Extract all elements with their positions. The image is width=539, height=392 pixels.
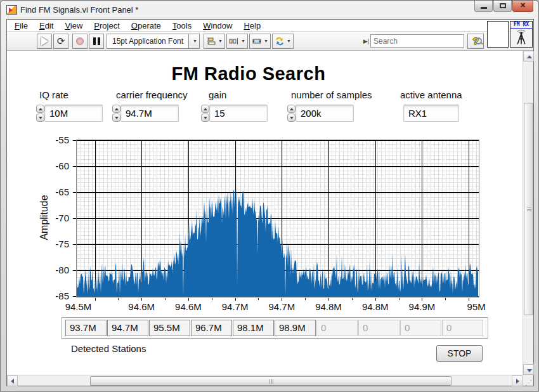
station-cell-4: 98.1M <box>233 320 274 336</box>
minimize-button[interactable] <box>474 1 493 12</box>
scroll-down-button[interactable] <box>523 364 534 375</box>
font-selector[interactable]: 15pt Application Font ▼ <box>107 34 200 49</box>
station-cell-9: 0 <box>442 320 483 336</box>
scroll-right-button[interactable] <box>512 376 523 386</box>
x-tick-label: 94.7M <box>215 301 256 312</box>
antenna-icon <box>512 29 530 46</box>
reorder-objects-icon <box>275 37 285 46</box>
y-tick-label: -70 <box>31 212 69 223</box>
x-tick-mark <box>235 298 236 301</box>
search-input[interactable] <box>371 37 474 46</box>
maximize-icon <box>500 3 506 8</box>
scroll-left-button[interactable] <box>7 376 18 386</box>
IQ-rate-label: IQ rate <box>39 89 68 100</box>
front-panel: FM Radio Search IQ rate10Mcarrier freque… <box>7 51 523 375</box>
number-of-samples-spinner[interactable] <box>287 105 295 122</box>
x-minor-tick-mark <box>352 298 353 300</box>
x-tick-mark <box>375 298 376 301</box>
menu-item-project[interactable]: Project <box>88 20 125 31</box>
x-tick-mark <box>422 298 422 301</box>
align-objects-button[interactable]: ▼ <box>204 34 225 49</box>
active-antenna-field[interactable]: RX1 <box>403 105 459 122</box>
run-continuously-button[interactable]: ⟳ <box>53 34 68 49</box>
arrow-right-icon <box>516 379 519 384</box>
carrier-frequency-spinner[interactable] <box>112 105 120 122</box>
title-bar[interactable]: Find FM Signals.vi Front Panel * ✕ <box>1 1 538 19</box>
horizontal-scroll-thumb[interactable] <box>90 376 451 386</box>
menu-item-tools[interactable]: Tools <box>167 20 197 31</box>
labview-window: Find FM Signals.vi Front Panel * ✕ FileE… <box>0 0 539 392</box>
station-cell-3: 96.7M <box>191 320 232 336</box>
menu-item-edit[interactable]: Edit <box>34 20 59 31</box>
decrement-icon[interactable] <box>36 114 44 122</box>
vertical-scrollbar[interactable] <box>523 51 533 375</box>
y-tick-mark <box>73 192 76 193</box>
maximize-button[interactable] <box>493 1 512 12</box>
increment-icon[interactable] <box>112 105 120 113</box>
IQ-rate-field[interactable]: 10M <box>44 105 103 122</box>
vi-icon[interactable]: FM RX <box>510 21 533 48</box>
reorder-objects-button[interactable]: ▼ <box>272 34 294 49</box>
horizontal-scrollbar[interactable] <box>7 375 523 386</box>
abort-icon <box>76 37 84 45</box>
pause-button[interactable] <box>89 34 104 49</box>
resize-objects-icon <box>252 37 262 46</box>
number-of-samples-field[interactable]: 200k <box>295 105 354 122</box>
x-tick-label: 94.8M <box>355 301 396 312</box>
icon-pane[interactable]: FM RX <box>487 21 533 48</box>
x-minor-tick-mark <box>118 298 119 300</box>
distribute-objects-button[interactable]: ▼ <box>226 34 248 49</box>
x-tick-mark <box>469 298 469 301</box>
abort-button[interactable] <box>72 34 88 49</box>
carrier-frequency-field[interactable]: 94.7M <box>120 105 179 122</box>
scroll-grip-icon <box>527 207 531 211</box>
decrement-icon[interactable] <box>287 114 295 122</box>
decrement-icon[interactable] <box>112 114 120 122</box>
menu-item-view[interactable]: View <box>59 20 88 31</box>
chevron-down-icon[interactable]: ▼ <box>189 34 200 49</box>
resize-grip[interactable] <box>523 375 533 386</box>
menu-item-help[interactable]: Help <box>238 20 266 31</box>
toolbar-expander-icon[interactable]: ▶| <box>363 38 369 44</box>
labview-app-icon <box>6 5 17 15</box>
increment-icon[interactable] <box>201 105 209 113</box>
align-objects-icon <box>206 37 216 46</box>
connector-pane[interactable] <box>487 21 509 48</box>
y-tick-label: -80 <box>31 265 69 275</box>
scroll-up-button[interactable] <box>523 51 534 62</box>
x-tick-mark <box>188 298 189 301</box>
y-tick-mark <box>73 270 76 271</box>
pause-icon <box>93 37 100 45</box>
y-tick-label: -75 <box>31 238 69 249</box>
gain-label: gain <box>209 89 226 100</box>
vertical-scroll-thumb[interactable] <box>524 103 533 315</box>
run-button[interactable] <box>37 34 52 49</box>
menu-item-operate[interactable]: Operate <box>126 20 167 31</box>
vi-icon-label: FM RX <box>510 22 532 29</box>
detected-stations-array: 93.7M94.7M95.5M96.7M98.1M98.9M0000 <box>62 317 488 339</box>
front-panel-workarea: FM Radio Search IQ rate10Mcarrier freque… <box>7 51 533 386</box>
y-tick-label: -55 <box>31 134 69 145</box>
gain-spinner[interactable] <box>201 105 209 122</box>
arrow-up-icon <box>527 55 532 58</box>
gain-field[interactable]: 15 <box>209 105 268 122</box>
resize-objects-button[interactable]: ▼ <box>249 34 271 49</box>
y-tick-mark <box>73 218 76 219</box>
x-minor-tick-mark <box>258 298 259 300</box>
x-tick-label: 94.8M <box>308 301 349 312</box>
increment-icon[interactable] <box>287 105 295 113</box>
menu-item-file[interactable]: File <box>9 20 34 31</box>
station-cell-7: 0 <box>358 320 399 336</box>
stop-button[interactable]: STOP <box>436 345 483 362</box>
increment-icon[interactable] <box>36 105 44 113</box>
decrement-icon[interactable] <box>201 114 209 122</box>
arrow-left-icon <box>11 379 14 384</box>
search-box[interactable] <box>370 34 464 48</box>
arrow-down-icon <box>527 369 532 372</box>
IQ-rate-spinner[interactable] <box>36 105 44 122</box>
menu-item-window[interactable]: Window <box>197 20 238 31</box>
x-tick-label: 94.5M <box>58 301 99 312</box>
close-button[interactable]: ✕ <box>512 1 533 12</box>
y-tick-mark <box>73 244 76 245</box>
font-selector-value[interactable]: 15pt Application Font <box>107 34 189 49</box>
